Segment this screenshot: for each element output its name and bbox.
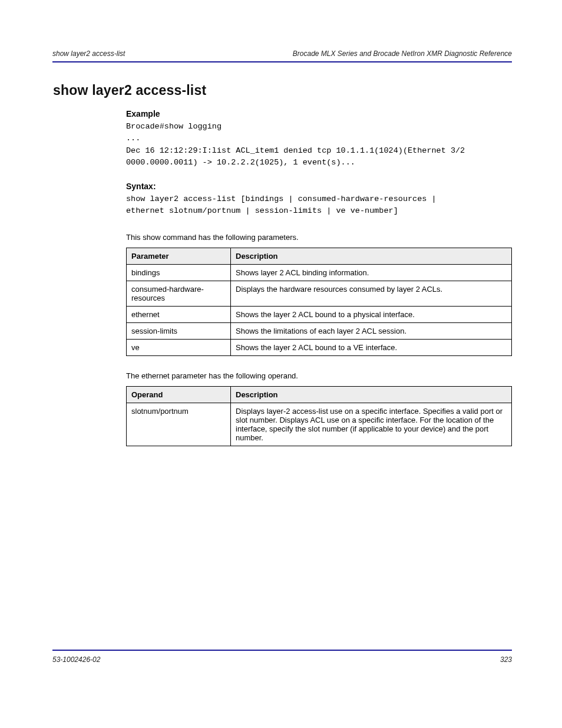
header-right-text: Brocade MLX Series and Brocade NetIron X… xyxy=(293,50,512,58)
param-name: consumed-hardware-resources xyxy=(127,281,231,306)
footer-right-text: 323 xyxy=(500,655,512,664)
param-desc: Shows the layer 2 ACL bound to a physica… xyxy=(231,306,512,322)
table-row: session-limits Shows the limitations of … xyxy=(127,322,512,339)
table-header-description: Description xyxy=(231,386,512,403)
table-header-row: Operand Description xyxy=(127,386,512,403)
footer-rule xyxy=(52,650,512,651)
table-row: ethernet Shows the layer 2 ACL bound to … xyxy=(127,306,512,322)
param-name: ve xyxy=(127,339,231,355)
param-desc: Displays the hardware resources consumed… xyxy=(231,281,512,306)
table-row: consumed-hardware-resources Displays the… xyxy=(127,281,512,306)
example-text: Brocade#show logging ... Dec 16 12:12:29… xyxy=(126,121,512,169)
table1-caption: This show command has the following para… xyxy=(126,233,512,242)
footer-left-text: 53-1002426-02 xyxy=(52,655,100,664)
table2-caption: The ethernet parameter has the following… xyxy=(126,371,512,380)
syntax-heading: Syntax: xyxy=(126,182,512,191)
table-header-parameter: Parameter xyxy=(127,248,231,264)
table-header-operand: Operand xyxy=(127,386,231,403)
operand-desc: Displays layer-2 access-list use on a sp… xyxy=(231,403,512,446)
parameter-table: Parameter Description bindings Shows lay… xyxy=(126,248,512,356)
table-header-description: Description xyxy=(231,248,512,264)
header-left-text: show layer2 access-list xyxy=(52,50,125,58)
page-title: show layer2 access-list xyxy=(53,83,512,98)
syntax-text: show layer2 access-list [bindings | cons… xyxy=(126,193,512,218)
table-row: ve Shows the layer 2 ACL bound to a VE i… xyxy=(127,339,512,355)
operand-table: Operand Description slotnum/portnum Disp… xyxy=(126,386,512,446)
header-rule xyxy=(52,61,512,62)
table-row: bindings Shows layer 2 ACL binding infor… xyxy=(127,264,512,281)
document-body: show layer2 access-list Example Brocade#… xyxy=(52,77,512,446)
param-name: ethernet xyxy=(127,306,231,322)
param-name: session-limits xyxy=(127,322,231,339)
table-header-row: Parameter Description xyxy=(127,248,512,264)
example-heading: Example xyxy=(126,109,512,118)
param-name: bindings xyxy=(127,264,231,281)
operand-name: slotnum/portnum xyxy=(127,403,231,446)
table-row: slotnum/portnum Displays layer-2 access-… xyxy=(127,403,512,446)
param-desc: Shows the limitations of each layer 2 AC… xyxy=(231,322,512,339)
param-desc: Shows the layer 2 ACL bound to a VE inte… xyxy=(231,339,512,355)
param-desc: Shows layer 2 ACL binding information. xyxy=(231,264,512,281)
